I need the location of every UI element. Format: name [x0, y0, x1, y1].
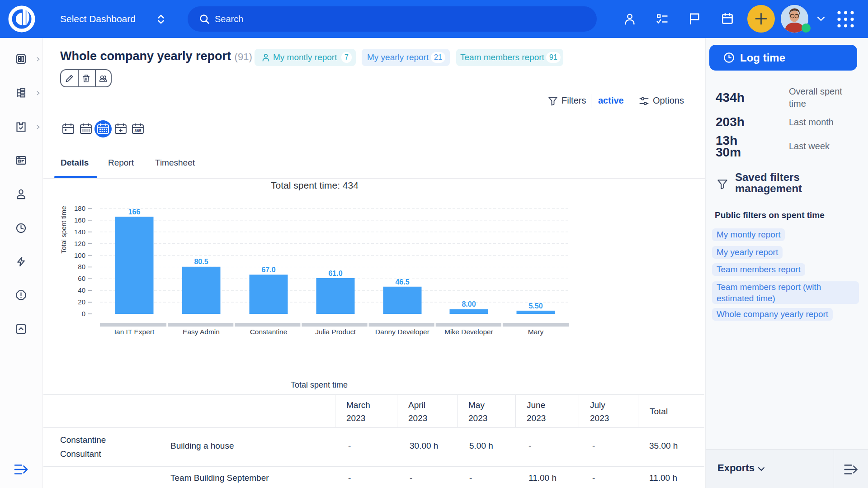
svg-text:Constantine: Constantine — [250, 328, 288, 336]
svg-text:Ian IT Expert: Ian IT Expert — [114, 328, 155, 336]
svg-text:180: 180 — [74, 204, 85, 212]
svg-text:100: 100 — [74, 251, 85, 259]
svg-text:5.50: 5.50 — [528, 302, 542, 310]
svg-text:80: 80 — [78, 263, 85, 270]
svg-text:80.5: 80.5 — [194, 258, 208, 265]
svg-text:166: 166 — [128, 208, 141, 216]
svg-text:46.5: 46.5 — [395, 278, 409, 286]
svg-text:Total spent time: Total spent time — [60, 206, 67, 253]
svg-text:Mike Developer: Mike Developer — [444, 328, 493, 336]
svg-text:8.00: 8.00 — [462, 300, 476, 308]
svg-text:20: 20 — [78, 298, 85, 306]
svg-text:Easy Admin: Easy Admin — [183, 328, 220, 336]
svg-text:365: 365 — [134, 128, 141, 133]
svg-text:Danny Developer: Danny Developer — [375, 328, 429, 336]
svg-text:Julia Product: Julia Product — [315, 328, 356, 336]
svg-text:120: 120 — [74, 240, 85, 247]
svg-text:0: 0 — [82, 310, 85, 317]
svg-text:61.0: 61.0 — [328, 270, 342, 277]
svg-text:40: 40 — [78, 286, 85, 294]
svg-text:140: 140 — [74, 228, 85, 236]
svg-text:67.0: 67.0 — [261, 266, 275, 274]
svg-text:Mary: Mary — [528, 328, 544, 336]
svg-text:60: 60 — [78, 275, 85, 282]
svg-text:160: 160 — [74, 216, 85, 224]
